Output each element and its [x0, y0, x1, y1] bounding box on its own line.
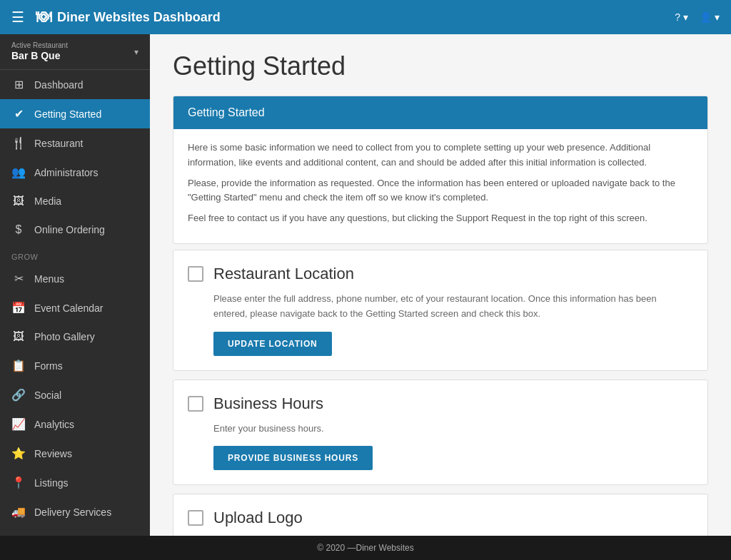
checklist-header-business-hours: Business Hours — [188, 394, 693, 413]
checklist-title-business-hours: Business Hours — [213, 394, 323, 413]
checkbox-upload-logo[interactable] — [188, 510, 203, 526]
sidebar-item-getting-started[interactable]: ✔ Getting Started — [0, 99, 150, 128]
intro-paragraph-2: Please, provide the information as reque… — [188, 176, 693, 206]
checklist-desc-restaurant-location: Please enter the full address, phone num… — [213, 292, 693, 322]
hamburger-icon[interactable]: ☰ — [11, 9, 24, 26]
sidebar-item-content[interactable]: W Content — [0, 526, 150, 536]
sidebar-label-listings: Listings — [34, 477, 68, 489]
restaurant-icon: 🍴 — [11, 136, 26, 150]
event-calendar-icon: 📅 — [11, 301, 26, 315]
social-icon: 🔗 — [11, 388, 26, 402]
sidebar-label-menus: Menus — [34, 273, 64, 285]
intro-card: Getting Started Here is some basic infor… — [173, 96, 708, 244]
checklist-desc-business-hours: Enter your business hours. — [213, 422, 693, 437]
sidebar-item-event-calendar[interactable]: 📅 Event Calendar — [0, 293, 150, 322]
topbar-title: Diner Websites Dashboard — [57, 10, 221, 25]
help-arrow: ▾ — [683, 11, 688, 23]
grow-section-label: Grow — [0, 244, 150, 264]
photo-gallery-icon: 🖼 — [11, 330, 26, 343]
reviews-icon: ⭐ — [11, 447, 26, 460]
help-button[interactable]: ? ▾ — [675, 11, 688, 23]
intro-card-header: Getting Started — [173, 96, 707, 129]
sidebar-item-forms[interactable]: 📋 Forms — [0, 351, 150, 380]
checkbox-restaurant-location[interactable] — [188, 266, 203, 282]
page-title: Getting Started — [173, 51, 708, 81]
sidebar-label-media: Media — [34, 195, 61, 207]
sidebar-item-administrators[interactable]: 👥 Administrators — [0, 158, 150, 187]
intro-paragraph-1: Here is some basic information we need t… — [188, 141, 693, 170]
sidebar-label-photo-gallery: Photo Gallery — [34, 331, 95, 342]
sidebar-item-delivery-services[interactable]: 🚚 Delivery Services — [0, 497, 150, 526]
checklist-title-upload-logo: Upload Logo — [213, 509, 303, 527]
dropdown-arrow-icon: ▾ — [134, 47, 138, 57]
sidebar-label-administrators: Administrators — [34, 167, 98, 178]
sidebar-item-listings[interactable]: 📍 Listings — [0, 468, 150, 497]
topbar-actions: ? ▾ 👤 ▾ — [675, 11, 720, 23]
sidebar: Active Restaurant Bar B Que ▾ ⊞ Dashboar… — [0, 34, 150, 536]
sidebar-item-restaurant[interactable]: 🍴 Restaurant — [0, 128, 150, 158]
dashboard-icon: ⊞ — [11, 78, 26, 91]
checkbox-business-hours[interactable] — [188, 396, 203, 412]
main-content: Getting Started Getting Started Here is … — [150, 34, 731, 536]
active-restaurant[interactable]: Active Restaurant Bar B Que ▾ — [0, 34, 150, 70]
help-icon: ? — [675, 11, 680, 23]
sidebar-item-menus[interactable]: ✂ Menus — [0, 264, 150, 293]
sidebar-label-forms: Forms — [34, 360, 63, 372]
sidebar-label-dashboard: Dashboard — [34, 79, 84, 91]
user-arrow: ▾ — [715, 11, 720, 23]
sidebar-label-delivery-services: Delivery Services — [34, 506, 111, 518]
delivery-services-icon: 🚚 — [11, 505, 26, 519]
checklist-header-restaurant-location: Restaurant Location — [188, 265, 693, 283]
check-icon: ✔ — [11, 107, 26, 121]
layout: Active Restaurant Bar B Que ▾ ⊞ Dashboar… — [0, 34, 731, 536]
active-restaurant-name: Bar B Que — [11, 50, 60, 61]
sidebar-label-getting-started: Getting Started — [34, 108, 101, 120]
intro-paragraph-3: Feel free to contact us if you have any … — [188, 211, 693, 226]
media-icon: 🖼 — [11, 195, 26, 208]
listings-icon: 📍 — [11, 476, 26, 489]
topbar: ☰ 🍽 Diner Websites Dashboard ? ▾ 👤 ▾ — [0, 0, 731, 34]
active-restaurant-label: Active Restaurant — [11, 41, 68, 49]
analytics-icon: 📈 — [11, 417, 26, 431]
sidebar-label-analytics: Analytics — [34, 419, 74, 430]
menus-icon: ✂ — [11, 272, 26, 285]
intro-card-body: Here is some basic information we need t… — [173, 129, 707, 243]
sidebar-item-photo-gallery[interactable]: 🖼 Photo Gallery — [0, 322, 150, 351]
user-icon: 👤 — [700, 11, 712, 23]
checklist-item-upload-logo: Upload Logo Upload your company logo. Pl… — [173, 494, 708, 536]
user-button[interactable]: 👤 ▾ — [700, 11, 720, 23]
sidebar-item-reviews[interactable]: ⭐ Reviews — [0, 439, 150, 468]
update-location-button[interactable]: UPDATE LOCATION — [213, 332, 332, 356]
topbar-logo: 🍽 Diner Websites Dashboard — [36, 8, 675, 26]
sidebar-label-reviews: Reviews — [34, 448, 72, 459]
sidebar-item-online-ordering[interactable]: $ Online Ordering — [0, 215, 150, 244]
sidebar-item-social[interactable]: 🔗 Social — [0, 380, 150, 409]
footer: © 2020 —Diner Websites — [0, 536, 731, 560]
sidebar-label-restaurant: Restaurant — [34, 138, 83, 149]
checklist-item-restaurant-location: Restaurant Location Please enter the ful… — [173, 250, 708, 371]
checklist-header-upload-logo: Upload Logo — [188, 509, 693, 527]
forms-icon: 📋 — [11, 359, 26, 372]
sidebar-item-analytics[interactable]: 📈 Analytics — [0, 409, 150, 439]
sidebar-item-media[interactable]: 🖼 Media — [0, 187, 150, 215]
sidebar-item-dashboard[interactable]: ⊞ Dashboard — [0, 70, 150, 99]
administrators-icon: 👥 — [11, 166, 26, 179]
checklist-title-restaurant-location: Restaurant Location — [213, 265, 354, 283]
checklist-item-business-hours: Business Hours Enter your business hours… — [173, 380, 708, 486]
provide-business-hours-button[interactable]: PROVIDE BUSINESS HOURS — [213, 446, 373, 470]
logo-icon: 🍽 — [36, 8, 51, 26]
footer-text: © 2020 —Diner Websites — [317, 543, 413, 553]
sidebar-label-online-ordering: Online Ordering — [34, 224, 105, 235]
sidebar-label-event-calendar: Event Calendar — [34, 302, 104, 314]
online-ordering-icon: $ — [11, 223, 26, 236]
sidebar-label-social: Social — [34, 390, 61, 401]
